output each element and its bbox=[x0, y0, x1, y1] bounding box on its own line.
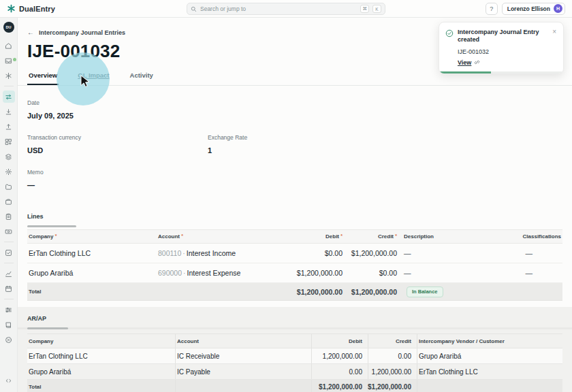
tab-overview[interactable]: Overview bbox=[27, 69, 59, 85]
presence-dot bbox=[13, 58, 16, 61]
cell-vendor: Grupo Araribá bbox=[417, 348, 562, 363]
success-check-icon bbox=[445, 29, 454, 37]
required-marker: * bbox=[55, 233, 57, 238]
kbd-k: K bbox=[372, 5, 381, 13]
cell-credit: $0.00 bbox=[344, 269, 398, 277]
exchange-rate-label: Exchange Rate bbox=[208, 134, 247, 141]
cell-account: IC Receivable bbox=[175, 348, 311, 363]
sidebar-divider bbox=[4, 263, 14, 263]
arap-section: AR/AP Company Account Debit Credit Inter… bbox=[18, 307, 572, 392]
sparkle-icon[interactable] bbox=[3, 69, 15, 82]
sidebar-divider bbox=[4, 242, 14, 242]
gear-icon[interactable] bbox=[3, 165, 15, 178]
view-link[interactable]: View bbox=[458, 59, 471, 66]
cell-vendor: ErTan Clothing LLC bbox=[417, 364, 562, 379]
download-icon[interactable] bbox=[3, 105, 15, 118]
lines-row[interactable]: Grupo Araribá 690000·Interest Expense $1… bbox=[27, 263, 562, 283]
cell-account: 800110·Interest Income bbox=[157, 249, 286, 257]
memo-value: — bbox=[27, 181, 562, 189]
folder-icon[interactable] bbox=[3, 180, 15, 193]
lines-section-label[interactable]: Lines bbox=[27, 213, 562, 220]
chart-icon[interactable] bbox=[3, 267, 15, 280]
upload-icon[interactable] bbox=[3, 120, 15, 133]
arap-section-label[interactable]: AR/AP bbox=[27, 315, 562, 322]
cell-description: — bbox=[398, 269, 491, 277]
question-icon: ? bbox=[490, 5, 493, 12]
total-credit: $1,200,000.00 bbox=[368, 380, 417, 392]
search-icon bbox=[191, 6, 197, 12]
cell-debit: $0.00 bbox=[286, 249, 344, 257]
archive-icon[interactable] bbox=[3, 195, 15, 208]
sidebar-divider bbox=[4, 299, 14, 299]
book-icon[interactable] bbox=[3, 318, 15, 331]
cell-classifications: — bbox=[491, 269, 562, 277]
arap-row[interactable]: Grupo Araribá IC Payable 0.00 1,200,000.… bbox=[27, 364, 562, 380]
lines-header-row: Company * Account * Debit * Credit * Des… bbox=[27, 229, 562, 244]
date-value: July 09, 2025 bbox=[27, 112, 562, 120]
global-search[interactable]: ⌘ K bbox=[187, 3, 385, 15]
detail-fields: Date July 09, 2025 Transaction currency … bbox=[27, 99, 562, 203]
search-input[interactable] bbox=[200, 5, 357, 12]
grid-add-icon[interactable] bbox=[3, 135, 15, 148]
currency-label: Transaction currency bbox=[27, 134, 208, 141]
tab-gl-impact[interactable]: GL Impact bbox=[76, 69, 110, 85]
cell-credit: 0.00 bbox=[368, 348, 417, 363]
calendar-icon[interactable] bbox=[3, 282, 15, 295]
sliders-icon[interactable] bbox=[3, 304, 15, 316]
lines-total-row: Total $1,200,000.00 $1,200,000.00 In Bal… bbox=[27, 283, 562, 301]
stack-icon[interactable] bbox=[3, 150, 15, 163]
user-avatar: H bbox=[554, 4, 562, 13]
circle-x-icon[interactable] bbox=[3, 333, 15, 346]
sidebar-divider bbox=[4, 86, 14, 86]
col-company: Company * bbox=[27, 233, 157, 240]
col-account: Account * bbox=[157, 233, 286, 240]
cell-account: 690000·Interest Expense bbox=[157, 269, 286, 277]
arap-header-row: Company Account Debit Credit Intercompan… bbox=[27, 333, 562, 348]
col-account: Account bbox=[175, 334, 311, 348]
currency-value: USD bbox=[27, 146, 208, 154]
toast-body: IJE-001032 bbox=[458, 48, 557, 55]
required-marker: * bbox=[340, 233, 343, 238]
lines-scrollbar-thumb[interactable] bbox=[27, 225, 76, 227]
date-label: Date bbox=[27, 99, 562, 106]
cell-description: — bbox=[398, 249, 491, 257]
cell-debit: 1,200,000.00 bbox=[311, 348, 368, 363]
tab-activity[interactable]: Activity bbox=[129, 69, 155, 85]
arap-table: Company Account Debit Credit Intercompan… bbox=[27, 333, 562, 392]
brand-logo[interactable]: DualEntry bbox=[7, 4, 55, 13]
help-button[interactable]: ? bbox=[486, 3, 498, 15]
breadcrumb-label[interactable]: Intercompany Journal Entries bbox=[39, 29, 125, 36]
memo-label: Memo bbox=[27, 169, 562, 176]
clipboard-icon[interactable] bbox=[3, 210, 15, 223]
in-balance-badge: In Balance bbox=[407, 287, 443, 297]
cell-company: ErTan Clothing LLC bbox=[27, 249, 157, 257]
cell-company: Grupo Araribá bbox=[27, 364, 175, 379]
col-credit: Credit bbox=[368, 334, 417, 348]
arap-scrollbar-thumb[interactable] bbox=[27, 327, 68, 329]
back-arrow-icon[interactable]: ← bbox=[27, 29, 34, 36]
cell-account: IC Payable bbox=[175, 364, 311, 379]
inbox-icon[interactable] bbox=[3, 54, 15, 67]
total-credit: $1,200,000.00 bbox=[344, 288, 398, 296]
user-name: Lorenzo Ellison bbox=[507, 5, 550, 12]
link-icon bbox=[474, 59, 480, 65]
brand-name: DualEntry bbox=[19, 5, 55, 13]
code-icon[interactable] bbox=[3, 374, 15, 387]
toast-progress-fill bbox=[439, 71, 491, 74]
lines-table: Company * Account * Debit * Credit * Des… bbox=[27, 229, 562, 301]
cell-classifications: — bbox=[491, 249, 562, 257]
dualentry-logo-icon bbox=[7, 4, 16, 13]
check-square-icon[interactable] bbox=[3, 246, 15, 259]
total-label: Total bbox=[27, 289, 157, 295]
swap-icon[interactable] bbox=[3, 91, 15, 103]
home-icon[interactable] bbox=[3, 39, 15, 52]
workspace-avatar[interactable]: DU bbox=[3, 22, 14, 33]
user-menu-button[interactable]: Lorenzo Ellison H bbox=[502, 3, 565, 15]
banknote-icon[interactable] bbox=[3, 225, 15, 238]
cell-debit: 0.00 bbox=[311, 364, 368, 379]
exchange-rate-value: 1 bbox=[208, 146, 247, 154]
close-icon[interactable]: × bbox=[552, 29, 557, 35]
arap-row[interactable]: ErTan Clothing LLC IC Receivable 1,200,0… bbox=[27, 348, 562, 364]
lines-row[interactable]: ErTan Clothing LLC 800110·Interest Incom… bbox=[27, 244, 562, 263]
toast-title: Intercompany Journal Entry created bbox=[458, 29, 547, 44]
